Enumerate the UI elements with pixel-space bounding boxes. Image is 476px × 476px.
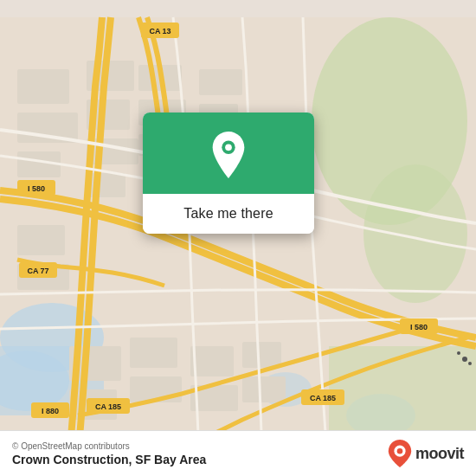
bottom-left: © OpenStreetMap contributors Crown Const… [12, 441, 206, 466]
location-pin-icon [208, 132, 249, 178]
bottom-bar: © OpenStreetMap contributors Crown Const… [0, 430, 476, 476]
svg-text:I 880: I 880 [42, 407, 59, 415]
location-popup: Take me there [143, 113, 314, 234]
svg-text:CA 185: CA 185 [310, 394, 336, 402]
svg-text:CA 185: CA 185 [95, 402, 121, 411]
svg-rect-28 [190, 346, 234, 376]
svg-point-47 [468, 362, 472, 365]
svg-rect-22 [199, 69, 242, 95]
svg-text:CA 77: CA 77 [27, 267, 48, 275]
svg-point-52 [397, 448, 403, 454]
svg-rect-25 [130, 338, 177, 368]
svg-rect-30 [242, 342, 281, 368]
svg-point-46 [462, 357, 467, 362]
location-title: Crown Construction, SF Bay Area [12, 453, 206, 466]
svg-point-50 [225, 144, 232, 151]
svg-text:I 580: I 580 [410, 323, 428, 331]
map-view: I 580 I 580 CA 13 CA 77 I 880 CA 185 CA … [0, 0, 476, 476]
svg-rect-18 [87, 173, 125, 197]
popup-header [143, 113, 314, 194]
moovit-logo: moovit [388, 440, 464, 467]
svg-point-48 [457, 351, 460, 355]
svg-point-7 [363, 164, 467, 303]
map-svg: I 580 I 580 CA 13 CA 77 I 880 CA 185 CA … [0, 0, 476, 476]
svg-text:I 580: I 580 [28, 184, 45, 193]
osm-attribution: © OpenStreetMap contributors [12, 441, 206, 451]
take-me-there-button[interactable]: Take me there [143, 194, 314, 234]
svg-rect-31 [242, 376, 286, 402]
moovit-brand-text: moovit [415, 445, 464, 463]
svg-rect-13 [17, 225, 65, 255]
moovit-pin-icon [388, 440, 412, 467]
svg-rect-10 [17, 69, 69, 104]
svg-text:CA 13: CA 13 [149, 27, 170, 35]
